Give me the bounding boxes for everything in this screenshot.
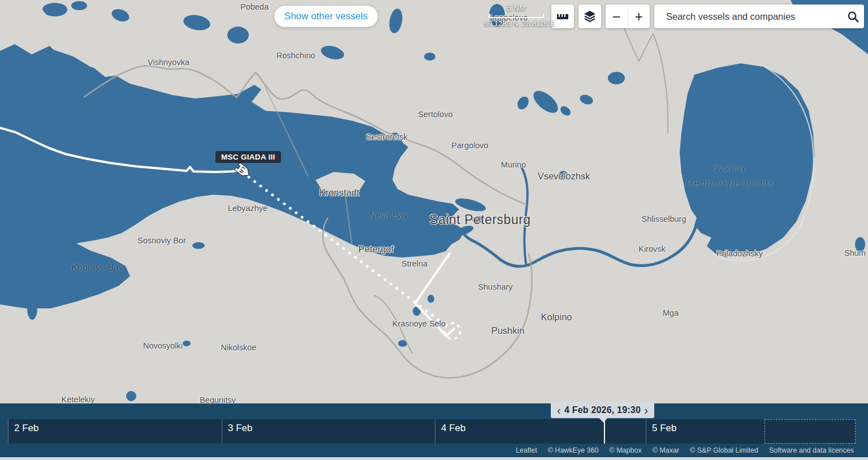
timeline-cell[interactable]: 4 Feb xyxy=(435,419,646,444)
timeline-panel: 2 Feb3 Feb4 Feb5 Feb Leaflet© HawkEye 36… xyxy=(0,403,868,457)
date-navigator: ‹ 4 Feb 2026, 19:30 › xyxy=(551,402,654,418)
ruler-icon xyxy=(556,10,569,23)
next-timestep-button[interactable]: › xyxy=(644,404,648,416)
search-bar xyxy=(654,5,864,28)
layers-button[interactable] xyxy=(578,5,601,28)
map-attribution: Leaflet© HawkEye 360© Mapbox© Maxar© S&P… xyxy=(516,446,854,454)
show-other-vessels-button[interactable]: Show other vessels xyxy=(274,6,378,27)
vessel-label[interactable]: MSC GIADA III xyxy=(215,151,281,163)
date-navigator-caret xyxy=(599,418,608,423)
attribution-link[interactable]: Software and data licences xyxy=(769,446,854,454)
timeline-cell[interactable]: 2 Feb xyxy=(8,419,222,444)
timeline-cell[interactable] xyxy=(765,419,856,444)
scale-indicator: 5 NM 60.1285 N, 28.8116 E xyxy=(484,3,549,28)
attribution-link[interactable]: © S&P Global Limited xyxy=(690,446,758,454)
timeline-cell-label: 2 Feb xyxy=(8,419,222,434)
prev-timestep-button[interactable]: ‹ xyxy=(557,404,561,416)
map-canvas[interactable]: LR xyxy=(0,0,868,460)
timeline-track[interactable]: 2 Feb3 Feb4 Feb5 Feb xyxy=(0,419,868,444)
attribution-link[interactable]: © HawkEye 360 xyxy=(548,446,599,454)
timeline-cell[interactable]: 3 Feb xyxy=(222,419,435,444)
scale-bar xyxy=(489,14,544,18)
timeline-cell-label: 5 Feb xyxy=(646,419,765,434)
top-bar: Show other vessels 5 NM 60.1285 N, 28.81… xyxy=(0,0,868,34)
page-bottom-strip xyxy=(0,457,868,460)
search-input[interactable] xyxy=(654,11,841,22)
timeline-cell-label: 4 Feb xyxy=(435,419,646,434)
scale-label: 5 NM xyxy=(484,3,549,12)
layers-icon xyxy=(583,10,597,23)
zoom-out-button[interactable]: − xyxy=(606,5,628,28)
current-datetime: 4 Feb 2026, 19:30 xyxy=(564,405,641,415)
attribution-link[interactable]: © Mapbox xyxy=(609,446,641,454)
timeline-cursor[interactable] xyxy=(604,419,605,444)
timeline-cell-label: 3 Feb xyxy=(222,419,435,434)
zoom-in-button[interactable]: + xyxy=(628,5,650,28)
cursor-coordinates: 60.1285 N, 28.8116 E xyxy=(484,19,549,28)
search-icon[interactable] xyxy=(841,11,864,23)
vessel-tracking-app: LR PobedaRoshchinoVishnyovkaLappelovoSer… xyxy=(0,0,868,460)
attribution-link[interactable]: © Maxar xyxy=(653,446,679,454)
attribution-link[interactable]: Leaflet xyxy=(516,446,537,454)
timeline-cell[interactable]: 5 Feb xyxy=(646,419,765,444)
zoom-controls: − + xyxy=(606,5,650,28)
